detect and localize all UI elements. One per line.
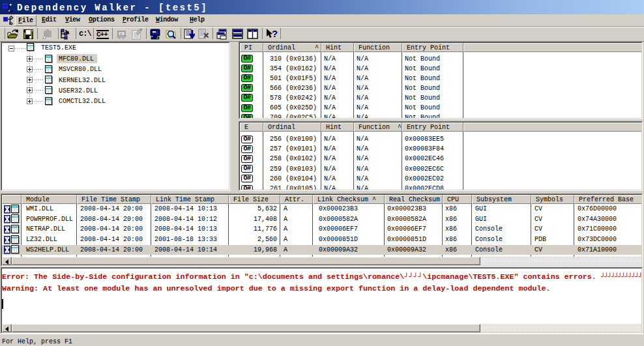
svg-text:?: ?	[272, 28, 278, 39]
